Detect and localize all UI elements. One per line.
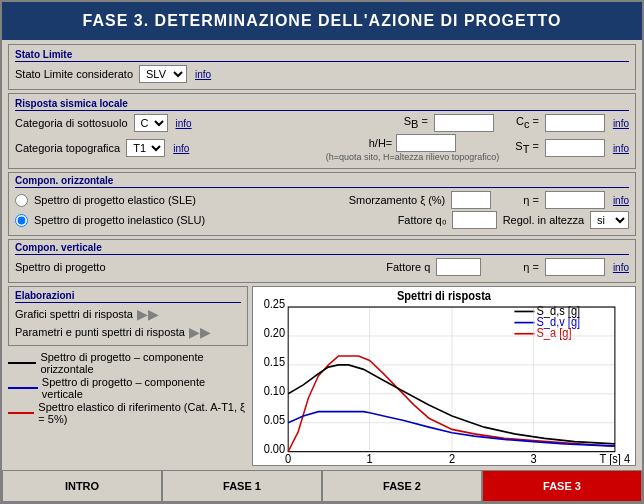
q0-label: Fattore q₀: [398, 214, 446, 227]
hH-label: h/H=: [369, 137, 393, 149]
eta-verticale-label: η =: [523, 261, 539, 273]
spettro-elastico-radio[interactable]: [15, 194, 28, 207]
svg-text:S_a [g]: S_a [g]: [536, 326, 571, 340]
parametri-label: Parametri e punti spettri di risposta: [15, 326, 185, 338]
compon-verticale-section: Compon. verticale Spettro di progetto Fa…: [8, 239, 636, 283]
legend-line-1: [8, 387, 38, 389]
categoria-sottosuolo-label: Categoria di sottosuolo: [15, 117, 128, 129]
legend-line-0: [8, 362, 36, 364]
grafici-label: Grafici spettri di risposta: [15, 308, 133, 320]
fase1-label: FASE 1: [223, 480, 261, 492]
legend-label-2: Spettro elastico di riferimento (Cat. A-…: [38, 401, 248, 425]
svg-text:0.00: 0.00: [264, 441, 286, 455]
page-title: FASE 3. DETERMINAZIONE DELL'AZIONE DI PR…: [2, 2, 642, 40]
eta-verticale-input[interactable]: 0.667: [545, 258, 605, 276]
smorzamento-input[interactable]: 5: [451, 191, 491, 209]
cc-info[interactable]: info: [613, 118, 629, 129]
q0-input[interactable]: 3.9: [452, 211, 497, 229]
fase2-label: FASE 2: [383, 480, 421, 492]
sb-label: SB =: [404, 115, 428, 130]
compon-verticale-header: Compon. verticale: [15, 242, 629, 255]
spettro-elastico-label: Spettro di progetto elastico (SLE): [34, 194, 196, 206]
main-container: FASE 3. DETERMINAZIONE DELL'AZIONE DI PR…: [0, 0, 644, 504]
categoria-sottosuolo-row: Categoria di sottosuolo CABDE info SB = …: [15, 114, 629, 132]
svg-text:0.25: 0.25: [264, 297, 286, 311]
spettro-elastico-row: Spettro di progetto elastico (SLE) Smorz…: [15, 191, 629, 209]
stato-limite-select[interactable]: SLV SLD SLC: [139, 65, 187, 83]
legend-label-1: Spettro di progetto – componente vertica…: [42, 376, 248, 400]
grafici-arrow-icon: ▶▶: [137, 306, 159, 322]
fattore-q-input[interactable]: 1.5: [436, 258, 481, 276]
svg-text:0.10: 0.10: [264, 383, 286, 397]
svg-text:2: 2: [449, 451, 455, 465]
svg-text:0.05: 0.05: [264, 412, 286, 426]
svg-text:T [s]  4: T [s] 4: [600, 451, 631, 465]
grafici-btn[interactable]: Grafici spettri di risposta ▶▶: [15, 306, 241, 322]
legend-item-0: Spettro di progetto – componente orizzon…: [8, 351, 248, 375]
svg-text:1: 1: [367, 451, 373, 465]
stato-limite-info[interactable]: info: [195, 69, 211, 80]
categoria-topografica-row: Categoria topografica T1T2T3T4 info h/H=…: [15, 134, 629, 162]
stato-limite-row: Stato Limite considerato SLV SLD SLC inf…: [15, 65, 629, 83]
fase3-button[interactable]: FASE 3: [482, 470, 642, 502]
fase2-button[interactable]: FASE 2: [322, 470, 482, 502]
categoria-topografica-select[interactable]: T1T2T3T4: [126, 139, 165, 157]
regol-select[interactable]: sino: [590, 211, 629, 229]
smorzamento-label: Smorzamento ξ (%): [349, 194, 446, 206]
spettro-verticale-label: Spettro di progetto: [15, 261, 106, 273]
categoria-topografica-info[interactable]: info: [173, 143, 189, 154]
stato-limite-label: Stato Limite considerato: [15, 68, 133, 80]
risposta-sismica-section: Risposta sismica locale Categoria di sot…: [8, 93, 636, 169]
spettro-inelastico-label: Spettro di progetto inelastico (SLU): [34, 214, 205, 226]
st-label: ST =: [515, 140, 539, 155]
left-panel: Elaborazioni Grafici spettri di risposta…: [8, 286, 248, 466]
legend-label-0: Spettro di progetto – componente orizzon…: [40, 351, 248, 375]
eta-elastico-label: η =: [523, 194, 539, 206]
stato-limite-section: Stato Limite Stato Limite considerato SL…: [8, 44, 636, 90]
legend-item-2: Spettro elastico di riferimento (Cat. A-…: [8, 401, 248, 425]
elaborazioni-section: Elaborazioni Grafici spettri di risposta…: [8, 286, 248, 346]
chart-svg: Spettri di risposta S_d,s [g] S_d,v [g] …: [253, 287, 635, 465]
svg-text:0.20: 0.20: [264, 326, 286, 340]
legend-item-1: Spettro di progetto – componente vertica…: [8, 376, 248, 400]
fase3-label: FASE 3: [543, 480, 581, 492]
cc-input[interactable]: 1.362: [545, 114, 605, 132]
cc-label: Cc =: [516, 115, 539, 130]
compon-verticale-info[interactable]: info: [613, 262, 629, 273]
fattore-q-label: Fattore q: [386, 261, 430, 273]
parametri-arrow-icon: ▶▶: [189, 324, 211, 340]
stato-limite-header: Stato Limite: [15, 49, 629, 62]
categoria-topografica-label: Categoria topografica: [15, 142, 120, 154]
parametri-btn[interactable]: Parametri e punti spettri di risposta ▶▶: [15, 324, 241, 340]
legend-area: Spettro di progetto – componente orizzon…: [8, 349, 248, 427]
svg-text:0: 0: [285, 451, 292, 465]
chart-area: Spettri di risposta S_d,s [g] S_d,v [g] …: [252, 286, 636, 466]
spettro-elastico-info[interactable]: info: [613, 195, 629, 206]
regol-label: Regol. in altezza: [503, 214, 584, 226]
spettro-verticale-row: Spettro di progetto Fattore q 1.5 η = 0.…: [15, 258, 629, 276]
eta-elastico-input[interactable]: 1.000: [545, 191, 605, 209]
compon-orizzontale-header: Compon. orizzontale: [15, 175, 629, 188]
footer: INTRO FASE 1 FASE 2 FASE 3: [2, 470, 642, 502]
svg-text:0.15: 0.15: [264, 354, 286, 368]
categoria-sottosuolo-select[interactable]: CABDE: [134, 114, 168, 132]
spettro-inelastico-row: Spettro di progetto inelastico (SLU) Fat…: [15, 211, 629, 229]
legend-line-2: [8, 412, 34, 414]
content-area: Stato Limite Stato Limite considerato SL…: [2, 40, 642, 470]
bottom-section: Elaborazioni Grafici spettri di risposta…: [8, 286, 636, 466]
svg-text:3: 3: [530, 451, 536, 465]
svg-text:Spettri di risposta: Spettri di risposta: [397, 289, 491, 303]
st-input[interactable]: 1.000: [545, 139, 605, 157]
sb-input[interactable]: 1.500: [434, 114, 494, 132]
hH-input[interactable]: 0.000: [396, 134, 456, 152]
categoria-sottosuolo-info[interactable]: info: [176, 118, 192, 129]
spettro-inelastico-radio[interactable]: [15, 214, 28, 227]
elaborazioni-header: Elaborazioni: [15, 290, 241, 303]
fase1-button[interactable]: FASE 1: [162, 470, 322, 502]
st-info[interactable]: info: [613, 143, 629, 154]
compon-orizzontale-section: Compon. orizzontale Spettro di progetto …: [8, 172, 636, 236]
risposta-sismica-header: Risposta sismica locale: [15, 98, 629, 111]
hH-note: (h=quota sito, H=altezza rilievo topogra…: [326, 152, 500, 162]
intro-button[interactable]: INTRO: [2, 470, 162, 502]
intro-label: INTRO: [65, 480, 99, 492]
